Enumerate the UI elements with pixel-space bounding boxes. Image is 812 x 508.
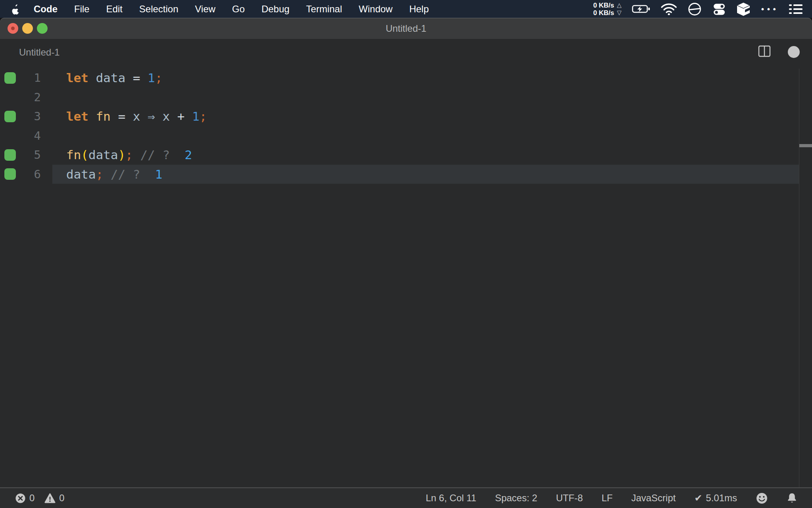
list-menu-item[interactable]: [788, 3, 803, 15]
editor-title-area: Untitled-1: [0, 39, 812, 65]
menu-file[interactable]: File: [66, 4, 98, 15]
ellipsis-icon: •••: [760, 4, 778, 14]
code-text[interactable]: let data = 1;: [66, 68, 163, 88]
list-lines-icon: [788, 3, 803, 15]
battery-charging-icon: [632, 4, 650, 14]
code-text[interactable]: data; // ? 1: [66, 165, 163, 184]
line-number[interactable]: 3: [0, 107, 41, 126]
wifi-icon: [661, 3, 677, 15]
menu-go[interactable]: Go: [224, 4, 253, 15]
download-triangle-icon: ▽: [617, 9, 622, 17]
traffic-lights: [8, 23, 48, 34]
cursor-position[interactable]: Ln 6, Col 11: [426, 493, 477, 504]
wifi-menu-item[interactable]: [661, 3, 677, 15]
menu-window[interactable]: Window: [350, 4, 401, 15]
network-rates: 0 KB/s 0 KB/s: [593, 2, 614, 17]
menu-debug[interactable]: Debug: [253, 4, 298, 15]
language-mode[interactable]: JavaScript: [631, 493, 676, 504]
minimize-window-button[interactable]: [22, 23, 33, 34]
warning-count: 0: [59, 493, 64, 504]
encoding[interactable]: UTF-8: [556, 493, 583, 504]
upload-triangle-icon: △: [617, 2, 622, 9]
menu-selection[interactable]: Selection: [131, 4, 187, 15]
menu-view[interactable]: View: [187, 4, 224, 15]
warning-icon: [44, 493, 56, 504]
macos-menubar: Code FileEditSelectionViewGoDebugTermina…: [0, 0, 812, 18]
feedback-smiley-button[interactable]: [756, 492, 768, 504]
perf-time: 5.01ms: [706, 493, 737, 504]
clock-circle-menu-item[interactable]: [688, 2, 702, 16]
network-down-rate: 0 KB/s: [593, 9, 614, 17]
menubar-status-area: 0 KB/s 0 KB/s △ ▽: [593, 2, 803, 17]
code-text[interactable]: let fn = x ⇒ x + 1;: [66, 107, 207, 126]
line-number[interactable]: 2: [0, 88, 41, 107]
menu-edit[interactable]: Edit: [98, 4, 131, 15]
zoom-window-button[interactable]: [37, 23, 48, 34]
indentation[interactable]: Spaces: 2: [495, 493, 537, 504]
apple-icon: [11, 4, 20, 15]
menu-code[interactable]: Code: [25, 4, 66, 15]
bell-icon: [787, 492, 797, 504]
code-line-3[interactable]: 3let fn = x ⇒ x + 1;: [0, 107, 812, 126]
toggles-menu-item[interactable]: [712, 2, 726, 16]
code-lines-container: 1let data = 1;23let fn = x ⇒ x + 1;45fn(…: [0, 68, 812, 184]
more-menu-item[interactable]: •••: [760, 4, 778, 14]
code-line-5[interactable]: 5fn(data); // ? 2: [0, 145, 812, 165]
apple-menu[interactable]: [11, 4, 20, 15]
check-icon: ✔: [694, 493, 702, 504]
notifications-bell-button[interactable]: [787, 492, 797, 504]
error-icon: [15, 493, 26, 504]
battery-menu-item[interactable]: [632, 4, 650, 14]
code-line-1[interactable]: 1let data = 1;: [0, 68, 812, 88]
cube-box-icon: [737, 2, 750, 16]
error-count: 0: [29, 493, 34, 504]
window-title: Untitled-1: [386, 23, 427, 34]
statusbar: 0 0 Ln 6, Col 11Spaces: 2UTF-8LFJavaScri…: [0, 487, 812, 508]
overview-ruler[interactable]: [799, 69, 812, 487]
split-editor-button[interactable]: [758, 44, 771, 58]
line-number[interactable]: 4: [0, 126, 41, 146]
line-number[interactable]: 5: [0, 145, 41, 165]
network-up-rate: 0 KB/s: [593, 2, 614, 9]
close-window-button[interactable]: [8, 23, 18, 34]
circle-dial-icon: [688, 2, 702, 16]
smiley-icon: [756, 492, 768, 504]
code-line-4[interactable]: 4: [0, 126, 812, 146]
toggle-switches-icon: [712, 2, 726, 16]
overview-ruler-marker: [799, 144, 812, 147]
line-number[interactable]: 1: [0, 68, 41, 88]
problems-status[interactable]: 0 0: [15, 493, 65, 504]
quokka-perf-status[interactable]: ✔ 5.01ms: [694, 493, 737, 504]
unsaved-changes-indicator: [788, 46, 800, 58]
network-arrows: △ ▽: [617, 2, 622, 17]
network-monitor[interactable]: 0 KB/s 0 KB/s △ ▽: [593, 2, 621, 17]
eol[interactable]: LF: [601, 493, 613, 504]
menu-help[interactable]: Help: [401, 4, 437, 15]
split-editor-icon: [758, 44, 771, 58]
open-file-label[interactable]: Untitled-1: [19, 47, 60, 58]
statusbar-right: Ln 6, Col 11Spaces: 2UTF-8LFJavaScript ✔…: [426, 492, 797, 504]
window-titlebar: Untitled-1: [0, 18, 812, 39]
code-editor[interactable]: 1let data = 1;23let fn = x ⇒ x + 1;45fn(…: [0, 65, 812, 487]
code-text[interactable]: fn(data); // ? 2: [66, 145, 192, 165]
line-number[interactable]: 6: [0, 165, 41, 184]
menu-terminal[interactable]: Terminal: [298, 4, 350, 15]
code-line-6[interactable]: 6data; // ? 1: [0, 165, 812, 184]
code-line-2[interactable]: 2: [0, 88, 812, 107]
cube-menu-item[interactable]: [737, 2, 750, 16]
